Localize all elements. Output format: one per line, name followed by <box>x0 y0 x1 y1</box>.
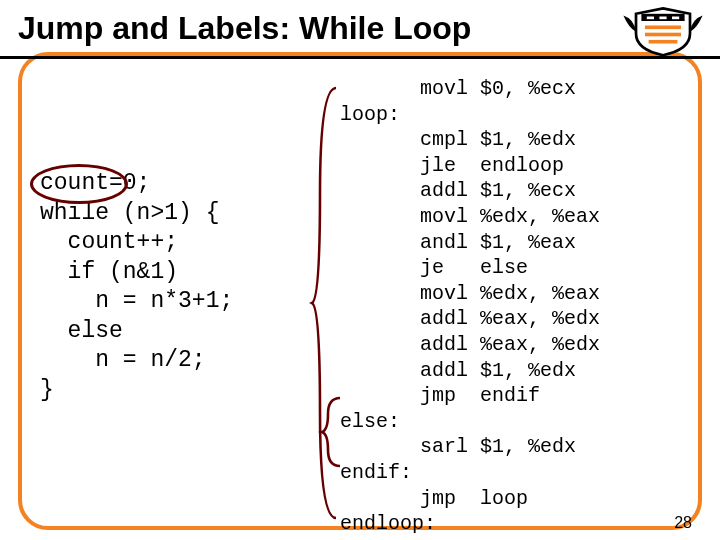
svg-rect-1 <box>647 17 654 20</box>
c-code-block: count=0; while (n>1) { count++; if (n&1)… <box>40 140 233 434</box>
c-line: } <box>40 377 54 403</box>
svg-rect-5 <box>645 33 681 37</box>
asm-line: movl%edx, %eax <box>340 281 600 307</box>
asm-line: endloop: <box>340 511 600 537</box>
brace-else-icon <box>324 396 344 468</box>
asm-line: addl%eax, %edx <box>340 332 600 358</box>
asm-line: else: <box>340 409 600 435</box>
asm-line: cmpl$1, %edx <box>340 127 600 153</box>
asm-line: endif: <box>340 460 600 486</box>
asm-line: andl$1, %eax <box>340 230 600 256</box>
c-line: count++; <box>40 229 178 255</box>
slide-title: Jump and Labels: While Loop <box>18 10 702 47</box>
c-line: else <box>40 318 123 344</box>
asm-line: jeelse <box>340 255 600 281</box>
svg-rect-3 <box>672 17 679 20</box>
page-number: 28 <box>674 514 692 532</box>
title-rule <box>0 56 720 59</box>
asm-line: movl%edx, %eax <box>340 204 600 230</box>
c-line: while (n>1) { <box>40 200 219 226</box>
svg-rect-2 <box>659 17 666 20</box>
asm-line: addl%eax, %edx <box>340 306 600 332</box>
svg-rect-6 <box>649 40 678 44</box>
asm-line: addl$1, %ecx <box>340 178 600 204</box>
shield-crest-icon <box>618 2 708 58</box>
c-line: count=0; <box>40 170 150 196</box>
c-line: if (n&1) <box>40 259 178 285</box>
asm-line: loop: <box>340 102 600 128</box>
c-line: n = n/2; <box>40 347 206 373</box>
asm-line: jmploop <box>340 486 600 512</box>
asm-line: jleendloop <box>340 153 600 179</box>
asm-block: movl$0, %ecxloop:cmpl$1, %edxjleendloopa… <box>340 76 600 537</box>
asm-line: jmpendif <box>340 383 600 409</box>
asm-line: sarl$1, %edx <box>340 434 600 460</box>
asm-line: addl$1, %edx <box>340 358 600 384</box>
svg-rect-4 <box>645 26 681 30</box>
asm-line: movl$0, %ecx <box>340 76 600 102</box>
c-line: n = n*3+1; <box>40 288 233 314</box>
